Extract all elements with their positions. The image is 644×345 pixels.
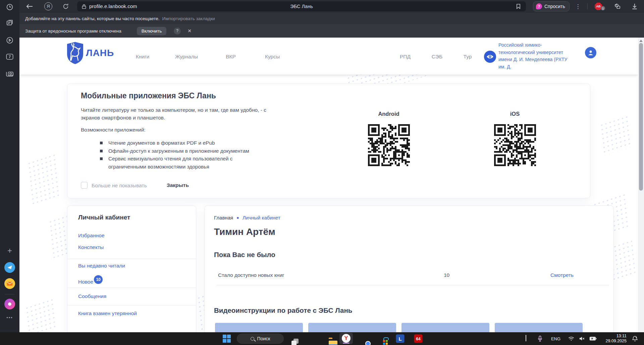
rail-more-icon[interactable]: ••• [6,315,13,320]
dont-show-label: Больше не показывать [92,183,147,189]
taskbar-clock[interactable]: 13:11 29.09.2025 [605,334,627,344]
breadcrumb-current[interactable]: Личный кабинет [243,215,280,220]
promo-description: Читайте литературу не только за компьюте… [81,106,279,121]
tabs-counter-icon[interactable]: 7 [6,54,13,60]
bookmarks-hint: Добавляйте на эту панель сайты, которые … [25,16,159,21]
notifications-bell-icon[interactable]: z [632,336,638,342]
android-qr-code [368,124,410,166]
telegram-icon[interactable] [4,262,15,273]
page-title: ЭБС Лань [77,4,526,9]
yandex-mail-icon[interactable] [4,278,15,289]
toolbar-divider [587,3,588,9]
nav-rpd[interactable]: РПД [400,54,411,60]
video-thumbnail[interactable] [215,323,303,332]
lan-logo-icon[interactable] [67,42,83,64]
language-indicator[interactable]: ENG [551,336,560,341]
yandex-home-icon[interactable]: Я [44,2,52,10]
while-away-heading: Пока Вас не было [214,251,275,259]
search-label: Поиск [257,336,270,341]
sidebar-item-recently-read[interactable]: Вы недавно читали [78,263,125,269]
aida64-icon: 64 [414,335,423,343]
help-icon[interactable]: ? [174,28,181,35]
close-promo-button[interactable]: Закрыть [167,182,189,188]
microphone-tray-icon[interactable] [538,336,542,342]
refresh-icon[interactable] [63,3,69,10]
lan-app-button[interactable]: L [396,335,405,343]
kebab-menu-icon[interactable]: ⋮ [575,3,581,10]
back-icon[interactable] [26,4,33,9]
feed-cards-icon[interactable] [6,19,13,27]
university-link[interactable]: Российский химико-технологический универ… [498,42,572,74]
mobile-apps-promo-card: Мобильные приложения ЭБС Лань Читайте ли… [67,84,590,198]
video-instructions-heading: Видеоинструкции по работе с ЭБС Лань [214,306,352,314]
ask-ai-label: Спросить [544,4,565,9]
address-bar[interactable]: profile.e.lanbook.com ЭБС Лань [77,1,526,11]
enable-protection-button[interactable]: Включить [137,27,167,35]
aida64-button[interactable]: 64 [414,335,423,343]
account-menu-title: Личный кабинет [78,214,130,221]
ask-ai-icon: ? [536,3,542,9]
import-bookmarks-link[interactable]: Импортировать закладки [162,16,215,21]
start-button[interactable] [223,335,231,343]
profile-avatar[interactable] [585,47,596,58]
user-name-heading: Тимин Артём [214,227,275,237]
video-thumbnail[interactable] [495,323,583,332]
feature-item: Сервис невизуального чтения для пользова… [99,155,257,170]
page-scrollbar[interactable] [638,38,644,332]
tray-date: 29.09.2025 [605,339,627,344]
bookmark-flag-icon[interactable] [516,4,521,9]
alice-icon[interactable] [4,299,15,309]
breadcrumb-home[interactable]: Главная [214,215,233,220]
search-icon [251,337,254,341]
new-books-label: Стало доступно новых книг [218,272,284,278]
sidebar-item-lost-book[interactable]: Книга взамен утерянной [78,310,137,316]
screenshot-icon[interactable] [6,70,14,77]
promo-features-label: Возможности приложений: [81,127,146,133]
scrollbar-up-arrow[interactable] [639,40,643,42]
promo-features-list: Чтение документов в форматах PDF и ePub … [99,139,257,170]
view-link[interactable]: Смотреть [550,272,574,278]
close-warning-icon[interactable]: ✕ [187,28,192,34]
menu-divider [67,259,197,259]
tray-overflow-button[interactable] [526,336,526,342]
new-books-count: 10 [444,272,449,278]
windows-logo-icon [223,335,231,343]
video-panel-icon[interactable] [6,37,13,44]
sidebar-item-messages[interactable]: Сообщения [78,293,106,299]
video-thumbnail[interactable] [308,323,396,332]
android-label: Android [378,111,399,117]
download-icon[interactable] [632,3,638,9]
taskbar-search[interactable]: Поиск [237,334,284,344]
nav-seb[interactable]: СЭБ [432,54,442,60]
tray-time: 13:11 [605,334,627,339]
scrollbar-thumb[interactable] [639,43,643,191]
sidebar-item-new[interactable]: Новое10 [78,275,103,285]
windows-taskbar: Поиск Y L 64 ENG 13:11 29.09.2025 z [0,332,644,345]
yandex-browser-button-active[interactable]: Y [339,333,353,344]
wifi-icon[interactable] [568,336,574,341]
sidebar-item-favorites[interactable]: Избранное [78,233,105,239]
add-panel-icon[interactable]: + [7,246,12,255]
nav-tour[interactable]: Тур [464,54,472,60]
lan-logo-text[interactable]: ЛАНЬ [86,48,114,58]
feature-item: Чтение документов в форматах PDF и ePub [99,139,257,147]
video-thumbnail[interactable] [401,323,489,332]
yandex-browser-icon: Y [342,334,351,343]
sidebar-item-notes[interactable]: Конспекты [78,244,104,250]
dots-decoration [27,153,60,207]
nav-journals[interactable]: Журналы [175,54,198,60]
ask-ai-button[interactable]: ? Спросить [533,1,570,11]
history-icon[interactable] [6,4,13,11]
dont-show-checkbox[interactable] [81,182,88,189]
bookmarks-bar: Добавляйте на эту панель сайты, которые … [19,13,644,24]
new-count-badge: 10 [94,275,103,284]
rail-divider [5,294,15,295]
browser-side-rail: 7 + ••• [0,0,19,332]
nav-vkr[interactable]: ВКР [226,54,236,60]
volume-muted-icon[interactable] [579,336,585,341]
extension-tag-icon[interactable] [614,3,621,9]
accessibility-eye-icon[interactable] [484,51,496,63]
nav-courses[interactable]: Курсы [265,54,280,60]
nav-books[interactable]: Книги [136,54,150,60]
battery-icon[interactable] [589,337,597,341]
